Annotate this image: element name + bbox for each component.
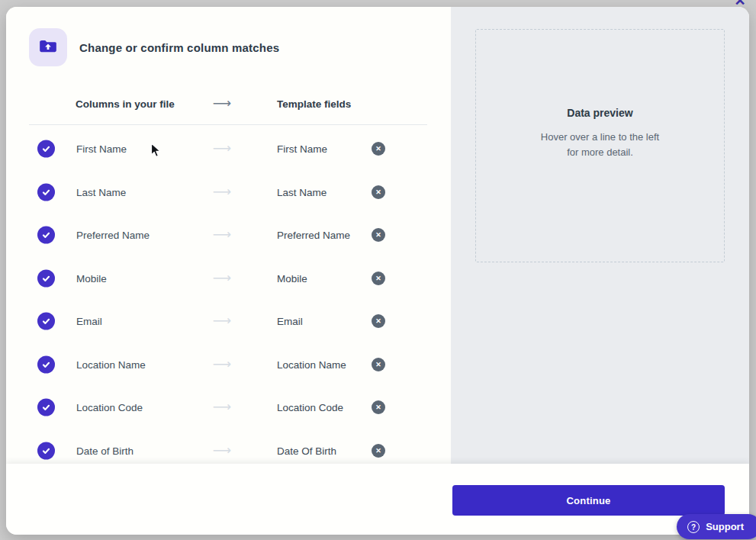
- mapping-row: Last Name ⟶ Last Name ✕: [6, 171, 451, 214]
- mapping-row: Preferred Name ⟶ Preferred Name ✕: [6, 214, 451, 257]
- row-arrow-icon: ⟶: [206, 140, 238, 156]
- modal-footer: Continue: [6, 464, 749, 535]
- question-mark-icon: ?: [687, 521, 700, 533]
- remove-match-icon[interactable]: ✕: [372, 228, 385, 242]
- mapping-column-headers: Columns in your file ⟶ Template fields: [6, 98, 451, 112]
- check-circle-icon[interactable]: [37, 269, 55, 287]
- folder-upload-icon-tile: [29, 28, 67, 66]
- mapping-row: Email ⟶ Email ✕: [6, 300, 451, 343]
- template-field-label[interactable]: Location Name: [277, 358, 346, 370]
- continue-button[interactable]: Continue: [452, 485, 725, 516]
- row-arrow-icon: ⟶: [206, 442, 238, 458]
- source-column-label: Location Name: [76, 358, 146, 370]
- row-arrow-icon: ⟶: [206, 269, 238, 285]
- mapping-row: Location Code ⟶ Location Code ✕: [6, 386, 451, 429]
- template-field-label[interactable]: Preferred Name: [277, 230, 350, 241]
- close-icon[interactable]: ✕: [732, 0, 748, 9]
- data-preview-hint-line1: Hover over a line to the left: [541, 130, 659, 145]
- remove-match-icon[interactable]: ✕: [372, 444, 385, 458]
- preview-panel: Data preview Hover over a line to the le…: [451, 7, 749, 464]
- row-arrow-icon: ⟶: [206, 355, 238, 371]
- support-button[interactable]: ? Support: [677, 514, 756, 539]
- source-column-label: Location Code: [76, 402, 143, 413]
- row-arrow-icon: ⟶: [206, 313, 238, 329]
- check-circle-icon[interactable]: [37, 140, 55, 158]
- row-arrow-icon: ⟶: [206, 183, 238, 199]
- template-field-label[interactable]: First Name: [277, 143, 327, 155]
- folder-upload-icon: [38, 36, 58, 59]
- source-column-label: First Name: [76, 143, 127, 155]
- remove-match-icon[interactable]: ✕: [372, 272, 385, 285]
- mapping-row: First Name ⟶ First Name ✕: [6, 127, 451, 171]
- target-column-header: Template fields: [277, 98, 351, 110]
- support-button-label: Support: [706, 521, 744, 532]
- check-circle-icon[interactable]: [37, 442, 55, 459]
- modal-body: Change or confirm column matches Columns…: [6, 7, 749, 464]
- check-circle-icon[interactable]: [37, 313, 55, 330]
- source-column-label: Email: [76, 316, 102, 327]
- source-column-header: Columns in your file: [76, 98, 175, 110]
- remove-match-icon[interactable]: ✕: [372, 185, 385, 199]
- check-circle-icon[interactable]: [37, 183, 55, 201]
- data-preview-box: Data preview Hover over a line to the le…: [475, 29, 725, 262]
- page-title: Change or confirm column matches: [79, 41, 279, 54]
- check-circle-icon[interactable]: [37, 399, 55, 416]
- template-field-label[interactable]: Email: [277, 316, 303, 327]
- row-arrow-icon: ⟶: [206, 227, 238, 243]
- template-field-label[interactable]: Location Code: [277, 402, 343, 413]
- header-arrow-icon: ⟶: [206, 95, 238, 111]
- mapping-row: Location Name ⟶ Location Name ✕: [6, 343, 451, 387]
- data-preview-content: Data preview Hover over a line to the le…: [541, 107, 659, 160]
- mapping-row: Date of Birth ⟶ Date Of Birth ✕: [6, 429, 451, 464]
- template-field-label[interactable]: Last Name: [277, 186, 327, 198]
- template-field-label[interactable]: Date Of Birth: [277, 445, 336, 456]
- check-circle-icon[interactable]: [37, 227, 55, 244]
- source-column-label: Mobile: [76, 272, 107, 284]
- column-match-modal: Change or confirm column matches Columns…: [6, 7, 749, 535]
- row-arrow-icon: ⟶: [206, 399, 238, 415]
- data-preview-hint-line2: for more detail.: [541, 145, 659, 160]
- source-column-label: Preferred Name: [76, 230, 150, 241]
- remove-match-icon[interactable]: ✕: [372, 314, 385, 328]
- check-circle-icon[interactable]: [37, 355, 55, 373]
- source-column-label: Last Name: [76, 186, 126, 198]
- remove-match-icon[interactable]: ✕: [372, 358, 385, 371]
- source-column-label: Date of Birth: [76, 445, 134, 456]
- mapping-rows: First Name ⟶ First Name ✕ Last Name ⟶ La…: [6, 125, 451, 464]
- data-preview-title: Data preview: [541, 107, 659, 119]
- remove-match-icon[interactable]: ✕: [372, 142, 385, 156]
- mapping-panel: Change or confirm column matches Columns…: [6, 7, 451, 464]
- remove-match-icon[interactable]: ✕: [372, 400, 385, 414]
- mapping-row: Mobile ⟶ Mobile ✕: [6, 257, 451, 301]
- template-field-label[interactable]: Mobile: [277, 272, 307, 284]
